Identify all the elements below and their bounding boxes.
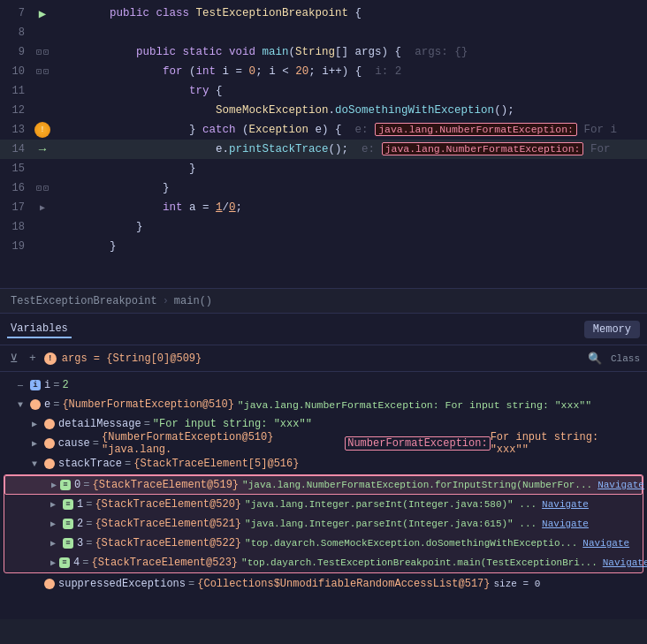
line-num-7: 7: [0, 7, 32, 19]
tab-memory[interactable]: Memory: [584, 321, 640, 338]
line-num-12: 12: [0, 104, 32, 117]
var-str-st1: "java.lang.Integer.parseInt(Integer.java…: [245, 499, 537, 510]
current-arrow-14: →: [39, 142, 46, 156]
var-val-stacktrace: {StackTraceElement[5]@516}: [133, 458, 299, 470]
code-lines: 7 ▶ public class TestExceptionBreakpoint…: [0, 0, 647, 260]
var-str-e: "java.lang.NumberFormatException: For in…: [238, 399, 591, 411]
var-name-st3: 3: [77, 537, 83, 549]
stacktrace-4[interactable]: ▶ ≡ 4 = {StackTraceElement@523} "top.day…: [4, 553, 643, 572]
icon-st1: ≡: [63, 499, 73, 510]
navigate-st1[interactable]: Navigate: [542, 499, 589, 510]
line-num-16: 16: [0, 182, 32, 194]
var-str-st0: "java.lang.NumberFormatException.forInpu…: [242, 480, 592, 490]
icon-i: i: [30, 380, 41, 390]
debug-panel: Variables Memory ⊻ + ! args = {String[0]…: [0, 314, 647, 619]
navigate-st0[interactable]: Navigate: [598, 480, 644, 490]
var-str-st2: "java.lang.Integer.parseInt(Integer.java…: [245, 519, 537, 529]
breadcrumb-sep: ›: [163, 295, 169, 307]
debug-gutter-16: ⊡: [36, 183, 42, 193]
line-num-17: 17: [0, 201, 32, 214]
line-num-10: 10: [0, 65, 32, 78]
expand-e: ▼: [18, 400, 27, 410]
var-val-st2: {StackTraceElement@521}: [95, 518, 241, 530]
var-row-e[interactable]: ▼ e = {NumberFormatException@510} "java.…: [0, 395, 647, 414]
line-num-11: 11: [0, 85, 32, 97]
cause-highlight: NumberFormatException:: [345, 436, 490, 451]
eq-e: =: [53, 398, 59, 411]
debug-gutter-17: ▶: [40, 202, 45, 213]
var-name-i: i: [44, 379, 50, 391]
tab-variables[interactable]: Variables: [7, 321, 72, 338]
icon-st2: ≡: [63, 519, 73, 529]
var-val-e: {NumberFormatException@510}: [62, 398, 233, 411]
debug-header: Variables Memory: [0, 314, 647, 345]
debug-gutter-10: ⊡: [36, 66, 42, 77]
gutter-7: ▶: [32, 6, 53, 21]
line-num-9: 9: [0, 46, 32, 58]
var-row-stacktrace[interactable]: ▼ stackTrace = {StackTraceElement[5]@516…: [0, 454, 647, 474]
debug-gutter-9: ⊡: [36, 47, 42, 57]
var-name-suppressed: suppressedExceptions: [58, 578, 186, 590]
expand-st3: ▶: [50, 538, 59, 549]
var-name-st1: 1: [77, 498, 83, 511]
eq-detail: =: [144, 418, 150, 430]
stacktrace-container: ▶ ≡ 0 = {StackTraceElement@519} "java.la…: [4, 474, 643, 573]
expand-cause: ▶: [32, 438, 41, 449]
var-val-st1: {StackTraceElement@520}: [95, 498, 241, 511]
var-name-cause: cause: [58, 437, 90, 450]
eq-suppressed: =: [188, 578, 194, 590]
gutter-16: ⊡ ⊡: [32, 183, 53, 193]
line-content-19: }: [53, 228, 647, 265]
var-val-i: 2: [62, 379, 68, 391]
var-val-detail: "For input string: "xxx"": [153, 418, 312, 430]
eq-i: =: [53, 379, 59, 391]
icon-st3: ≡: [63, 538, 73, 549]
var-name-st0: 0: [74, 479, 80, 491]
var-val-st4: {StackTraceElement@523}: [91, 557, 238, 569]
code-line-7: 7 ▶ public class TestExceptionBreakpoint…: [0, 4, 647, 23]
breakpoint-icon-13[interactable]: !: [34, 122, 50, 138]
expand-st2: ▶: [50, 519, 59, 529]
add-button[interactable]: +: [27, 351, 39, 366]
watch-indicator: !: [44, 352, 57, 365]
navigate-st2[interactable]: Navigate: [542, 519, 589, 529]
icon-cause: [44, 438, 55, 449]
breadcrumb-method[interactable]: main(): [174, 295, 212, 307]
var-val-st3: {StackTraceElement@522}: [95, 537, 241, 549]
expand-st0: ▶: [51, 480, 57, 490]
expand-st4: ▶: [50, 557, 56, 568]
var-row-suppressed[interactable]: suppressedExceptions = {Collections$Unmo…: [0, 574, 647, 594]
stacktrace-2[interactable]: ▶ ≡ 2 = {StackTraceElement@521} "java.la…: [4, 514, 643, 534]
expand-detail: ▶: [32, 419, 41, 429]
memory-tab[interactable]: Memory: [584, 323, 640, 336]
var-name-st4: 4: [73, 557, 80, 569]
eq-st2: =: [86, 518, 92, 530]
navigate-st3[interactable]: Navigate: [582, 538, 629, 549]
gutter-13: !: [32, 122, 53, 138]
icon-e: [30, 399, 41, 410]
eq-st1: =: [86, 498, 92, 511]
debug-toolbar: ⊻ + ! args = {String[0]@509} 🔍 Class: [0, 345, 647, 372]
stacktrace-0[interactable]: ▶ ≡ 0 = {StackTraceElement@519} "java.la…: [4, 475, 643, 495]
expand-stacktrace: ▼: [32, 459, 41, 469]
stacktrace-3[interactable]: ▶ ≡ 3 = {StackTraceElement@522} "top.day…: [4, 534, 643, 553]
var-row-cause[interactable]: ▶ cause = {NumberFormatException@510} "j…: [0, 434, 647, 453]
debug-gutter-10b: ⊡: [43, 66, 49, 77]
eq-stacktrace: =: [125, 458, 131, 470]
var-name-detail: detailMessage: [58, 418, 141, 430]
var-name-stacktrace: stackTrace: [58, 458, 122, 470]
var-val-st0: {StackTraceElement@519}: [92, 479, 239, 491]
navigate-st4[interactable]: Navigate: [603, 557, 647, 568]
stacktrace-1[interactable]: ▶ ≡ 1 = {StackTraceElement@520} "java.la…: [4, 495, 643, 514]
line-num-15: 15: [0, 163, 32, 175]
eq-st3: =: [86, 537, 92, 549]
search-button[interactable]: 🔍: [588, 352, 602, 366]
gutter-10: ⊡ ⊡: [32, 66, 53, 77]
breadcrumb: TestExceptionBreakpoint › main(): [0, 288, 647, 313]
args-indicator: args = {String[0]@509}: [62, 352, 202, 365]
eq-st0: =: [83, 479, 89, 491]
var-row-i[interactable]: — i i = 2: [0, 375, 647, 395]
breadcrumb-class[interactable]: TestExceptionBreakpoint: [11, 295, 157, 307]
eq-st4: =: [82, 557, 88, 569]
filter-button[interactable]: ⊻: [7, 351, 21, 367]
